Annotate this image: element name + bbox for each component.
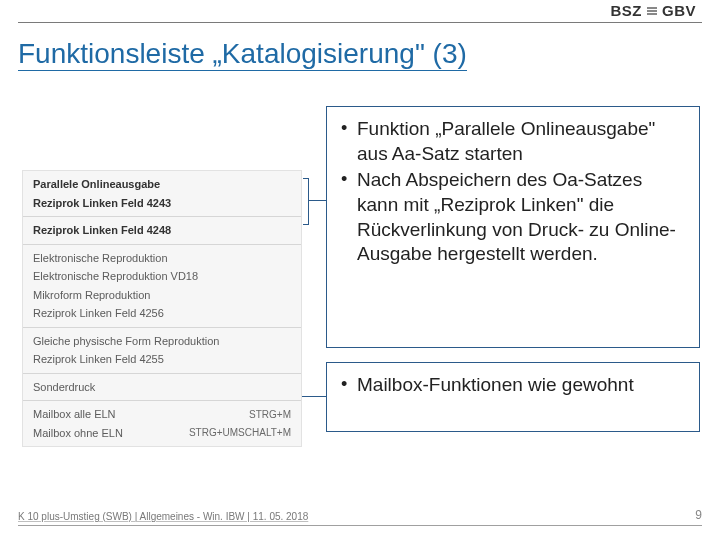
- menu-group-3: Elektronische Reproduktion Elektronische…: [23, 245, 301, 328]
- connector-line-1: [308, 200, 326, 201]
- slide: BSZ GBV Funktionsleiste „Katalogisierung…: [0, 0, 720, 540]
- menu-item-elektro-vd18[interactable]: Elektronische Reproduktion VD18: [23, 267, 301, 286]
- menu-item-reziprok-4256[interactable]: Reziprok Linken Feld 4256: [23, 304, 301, 323]
- menu-item-sonderdruck[interactable]: Sonderdruck: [23, 378, 301, 397]
- menu-item-mailbox-ohne[interactable]: Mailbox ohne ELNSTRG+UMSCHALT+M: [23, 424, 301, 443]
- callout2-item-1: Mailbox-Funktionen wie gewohnt: [335, 373, 687, 398]
- connector-line-2: [302, 396, 326, 397]
- footer: K 10 plus-Umstieg (SWB) | Allgemeines - …: [18, 508, 702, 522]
- connector-bracket-1: [308, 178, 309, 224]
- menu-item-mailbox-alle[interactable]: Mailbox alle ELNSTRG+M: [23, 405, 301, 424]
- menu-group-1: Parallele Onlineausgabe Reziprok Linken …: [23, 171, 301, 217]
- callout1-item-1: Funktion „Parallele Onlineausgabe" aus A…: [335, 117, 687, 166]
- menu-group-5: Sonderdruck: [23, 374, 301, 402]
- menu-item-gleiche-form[interactable]: Gleiche physische Form Reproduktion: [23, 332, 301, 351]
- footer-meta: K 10 plus-Umstieg (SWB) | Allgemeines - …: [18, 511, 308, 522]
- menu-group-2: Reziprok Linken Feld 4248: [23, 217, 301, 245]
- page-number: 9: [695, 508, 702, 522]
- menu-item-reziprok-4255[interactable]: Reziprok Linken Feld 4255: [23, 350, 301, 369]
- logo-gbv: GBV: [662, 2, 696, 19]
- callout1-item-2: Nach Abspeichern des Oa-Satzes kann mit …: [335, 168, 687, 267]
- menu-group-6: Mailbox alle ELNSTRG+M Mailbox ohne ELNS…: [23, 401, 301, 446]
- menu-item-reziprok-4248[interactable]: Reziprok Linken Feld 4248: [23, 221, 301, 240]
- page-title: Funktionsleiste „Katalogisierung" (3): [18, 38, 467, 70]
- menu-item-reziprok-4243[interactable]: Reziprok Linken Feld 4243: [23, 194, 301, 213]
- callout-box-2: Mailbox-Funktionen wie gewohnt: [326, 362, 700, 432]
- callout-box-1: Funktion „Parallele Onlineausgabe" aus A…: [326, 106, 700, 348]
- bottom-rule: [18, 525, 702, 526]
- menu-dropdown: Parallele Onlineausgabe Reziprok Linken …: [22, 170, 302, 447]
- menu-item-parallele[interactable]: Parallele Onlineausgabe: [23, 175, 301, 194]
- top-rule: [18, 22, 702, 23]
- menu-item-mikroform[interactable]: Mikroform Reproduktion: [23, 286, 301, 305]
- menu-group-4: Gleiche physische Form Reproduktion Rezi…: [23, 328, 301, 374]
- logo-bsz: BSZ: [610, 2, 642, 19]
- logo-bars-icon: [647, 7, 657, 15]
- menu-item-elektro-repro[interactable]: Elektronische Reproduktion: [23, 249, 301, 268]
- header-logo: BSZ GBV: [610, 2, 696, 19]
